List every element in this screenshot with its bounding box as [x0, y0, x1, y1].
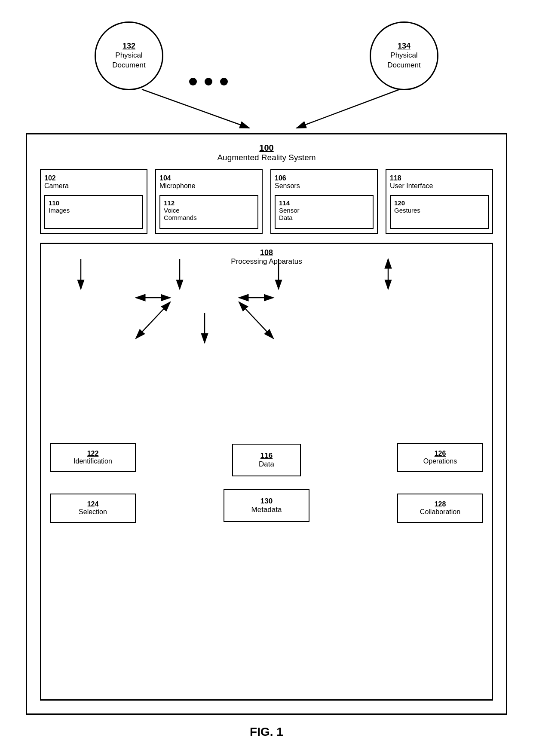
processing-apparatus-box: 108 Processing Apparatus 122 Identificat…	[40, 243, 493, 701]
right-column: 126 Operations 128 Collaboration	[397, 443, 483, 523]
processing-apparatus-label: 108 Processing Apparatus	[50, 248, 483, 266]
voice-commands-box: 112 VoiceCommands	[159, 195, 258, 229]
main-system-box: 100 Augmented Reality System 102 Camera …	[26, 133, 507, 715]
sensors-box: 106 Sensors 114 SensorData	[270, 169, 378, 234]
main-system-label: 100 Augmented Reality System	[40, 143, 493, 162]
center-column: 116 Data 130 Metadata	[140, 444, 393, 522]
diagram-container: 132 PhysicalDocument 134 PhysicalDocumen…	[0, 0, 533, 756]
node-id-134: 134	[398, 42, 410, 51]
dot-3	[220, 78, 228, 85]
figure-label: FIG. 1	[250, 725, 283, 739]
node-label-132: PhysicalDocument	[112, 51, 145, 70]
circle-132: 132 PhysicalDocument	[95, 21, 163, 90]
data-box: 116 Data	[232, 444, 301, 476]
images-box: 110 Images	[44, 195, 143, 229]
node-id-132: 132	[123, 42, 135, 51]
dot-1	[189, 78, 197, 85]
dot-2	[205, 78, 212, 85]
operations-box: 126 Operations	[397, 443, 483, 472]
selection-box: 124 Selection	[50, 494, 136, 523]
gestures-box: 120 Gestures	[390, 195, 489, 229]
svg-line-2	[297, 89, 400, 128]
metadata-box: 130 Metadata	[224, 489, 309, 522]
node-label-134: PhysicalDocument	[387, 51, 420, 70]
processing-inner-layout: 122 Identification 124 Selection 116 Dat…	[50, 274, 483, 691]
user-interface-box: 118 User Interface 120 Gestures	[386, 169, 493, 234]
circle-134: 134 PhysicalDocument	[370, 21, 438, 90]
input-row: 102 Camera 110 Images 104 Microphone 112…	[40, 169, 493, 234]
left-column: 122 Identification 124 Selection	[50, 443, 136, 523]
microphone-box: 104 Microphone 112 VoiceCommands	[155, 169, 263, 234]
collaboration-box: 128 Collaboration	[397, 494, 483, 523]
identification-box: 122 Identification	[50, 443, 136, 472]
sensor-data-box: 114 SensorData	[275, 195, 374, 229]
camera-box: 102 Camera 110 Images	[40, 169, 147, 234]
